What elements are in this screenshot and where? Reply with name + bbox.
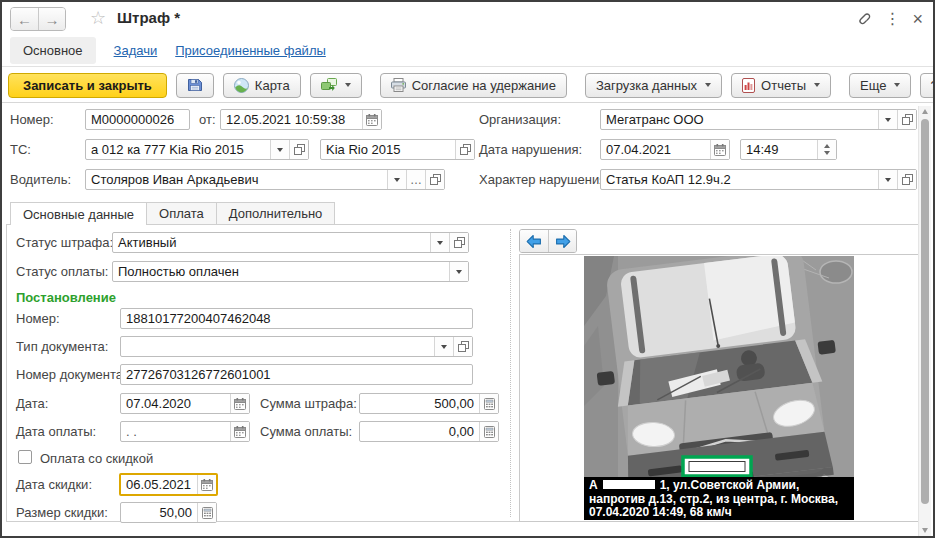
scroll-down-icon[interactable] (922, 528, 928, 533)
photo-panel: А1, ул.Советской Армии, напротив д.13, с… (519, 254, 919, 522)
retention-consent-button[interactable]: Согласие на удержание (380, 73, 567, 98)
forward-button[interactable]: → (38, 8, 65, 30)
doc-type-field[interactable] (120, 336, 473, 357)
arrow-left-icon (526, 234, 542, 249)
open-reference-icon[interactable] (897, 170, 916, 189)
doc-number-label: Номер документа: (16, 367, 127, 382)
calendar-icon[interactable] (197, 475, 216, 494)
fine-amount-field[interactable]: 500,00 (359, 393, 499, 414)
pay-status-field[interactable]: Полностью оплачен (112, 261, 469, 282)
driver-label: Водитель: (10, 172, 71, 187)
vehicle-label: ТС: (10, 142, 31, 157)
resolution-section-title: Постановление (16, 290, 116, 305)
calendar-icon[interactable] (362, 110, 381, 129)
from-label: от: (199, 112, 216, 127)
history-nav-group: ← → (10, 7, 66, 31)
map-button[interactable]: Карта (223, 73, 301, 98)
reports-button[interactable]: Отчеты (731, 73, 831, 98)
pay-date-field[interactable]: . . (120, 421, 250, 442)
tab-attached-files[interactable]: Присоединенные файлы (175, 43, 326, 58)
driver-field[interactable]: Столяров Иван Аркадьевич … (85, 169, 445, 190)
report-chart-icon (742, 78, 755, 93)
choose-button[interactable]: … (406, 170, 425, 189)
tab-payment[interactable]: Оплата (147, 202, 217, 224)
vertical-scrollbar[interactable] (918, 106, 931, 536)
number-field[interactable]: М0000000026 (85, 109, 190, 130)
resolution-number-label: Номер: (16, 311, 60, 326)
tab-additional[interactable]: Дополнительно (217, 202, 336, 224)
dropdown-icon[interactable] (430, 233, 449, 252)
caption-line-1: А1, ул.Советской Армии, (589, 479, 849, 493)
redaction-bar (603, 480, 655, 489)
save-and-close-button[interactable]: Записать и закрыть (8, 73, 167, 98)
calendar-icon[interactable] (710, 140, 729, 159)
save-button[interactable] (176, 73, 214, 98)
calculator-icon[interactable] (479, 422, 498, 441)
scroll-up-icon[interactable] (922, 109, 928, 114)
dropdown-icon[interactable] (434, 337, 453, 356)
tab-tasks[interactable]: Задачи (114, 43, 158, 58)
copy-transfer-button[interactable] (310, 73, 362, 98)
fine-amount-label: Сумма штрафа: (260, 396, 357, 411)
dropdown-icon[interactable] (878, 170, 897, 189)
photo-prev-button[interactable] (520, 230, 548, 252)
doc-number-field[interactable]: 27726703126772601001 (120, 364, 473, 385)
violation-time-field[interactable]: 14:49 (740, 139, 837, 160)
get-link-icon[interactable] (854, 8, 872, 30)
open-reference-icon[interactable] (453, 337, 472, 356)
transfer-icon (321, 78, 337, 92)
map-globe-icon (234, 78, 249, 93)
violation-date-field[interactable]: 07.04.2021 (600, 139, 730, 160)
violation-photo: А1, ул.Советской Армии, напротив д.13, с… (584, 256, 854, 520)
dropdown-icon[interactable] (449, 262, 468, 281)
tab-main-data[interactable]: Основные данные (10, 202, 147, 225)
panel-splitter[interactable] (510, 229, 511, 517)
scrollbar-thumb[interactable] (921, 119, 929, 504)
favorite-star-icon[interactable]: ☆ (90, 7, 106, 29)
tab-main[interactable]: Основное (10, 37, 96, 64)
date-created-field[interactable]: 12.05.2021 10:59:38 (220, 109, 382, 130)
arrow-right-icon (555, 234, 571, 249)
more-menu-icon[interactable]: ⋮ (884, 10, 900, 28)
open-reference-icon[interactable] (289, 140, 308, 159)
resolution-date-field[interactable]: 07.04.2020 (120, 393, 250, 414)
floppy-disk-icon (187, 77, 203, 93)
resolution-number-field[interactable]: 18810177200407462048 (120, 308, 473, 329)
open-reference-icon[interactable] (897, 110, 916, 129)
discount-size-field[interactable]: 50,00 (120, 502, 217, 523)
close-icon[interactable]: × (912, 10, 923, 28)
violation-type-field[interactable]: Статья КоАП 12.9ч.2 (600, 169, 917, 190)
fine-status-field[interactable]: Активный (112, 232, 469, 253)
calendar-icon[interactable] (230, 422, 249, 441)
dropdown-icon[interactable] (387, 170, 406, 189)
more-actions-button[interactable]: Еще (849, 73, 911, 98)
discount-payment-checkbox[interactable] (18, 450, 32, 464)
time-spinner[interactable] (817, 140, 836, 159)
page-title: Штраф * (117, 9, 180, 26)
open-reference-icon[interactable] (449, 233, 468, 252)
load-data-button[interactable]: Загрузка данных (585, 73, 722, 98)
dropdown-icon[interactable] (878, 110, 897, 129)
printer-icon (391, 78, 406, 92)
doc-type-label: Тип документа: (16, 339, 108, 354)
organization-field[interactable]: Мегатранс ООО (600, 109, 917, 130)
calculator-icon[interactable] (479, 394, 498, 413)
back-button[interactable]: ← (11, 8, 38, 30)
calculator-icon[interactable] (197, 503, 216, 522)
open-reference-icon[interactable] (455, 140, 474, 159)
calendar-icon[interactable] (230, 394, 249, 413)
open-reference-icon[interactable] (425, 170, 444, 189)
pay-amount-field[interactable]: 0,00 (359, 421, 499, 442)
dropdown-icon[interactable] (270, 140, 289, 159)
link-icon (854, 8, 872, 26)
detail-tabs: Основные данные Оплата Дополнительно (10, 202, 335, 225)
titlebar: ← → ☆ Штраф * ⋮ × (2, 2, 933, 34)
help-button[interactable]: ? (920, 73, 935, 98)
vehicle-field[interactable]: а 012 ка 777 Kia Rio 2015 (85, 139, 309, 160)
photo-next-button[interactable] (548, 230, 576, 252)
vehicle-model-field[interactable]: Kia Rio 2015 (320, 139, 475, 160)
dropdown-caret-icon (345, 83, 351, 87)
number-label: Номер: (10, 112, 54, 127)
discount-date-field[interactable]: 06.05.2021 (119, 473, 218, 496)
discount-date-label: Дата скидки: (16, 477, 92, 492)
